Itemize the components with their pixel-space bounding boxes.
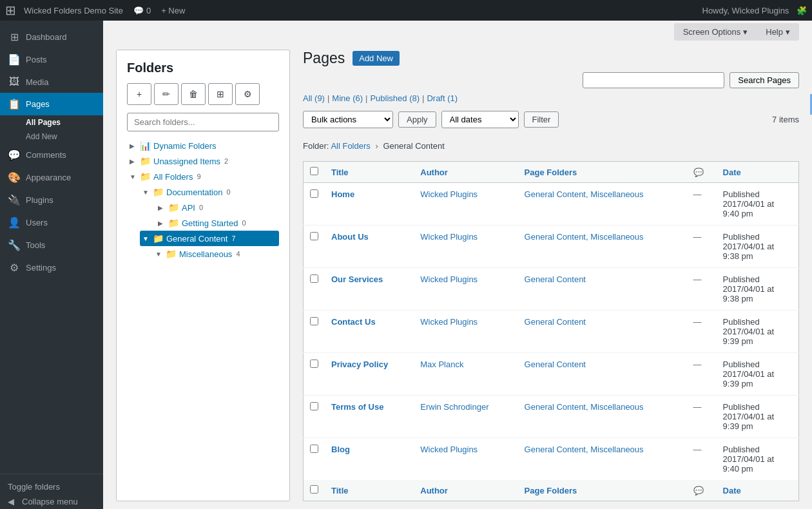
comments-column-header[interactable]: 💬 xyxy=(687,162,717,183)
author-link[interactable]: Wicked Plugins xyxy=(420,317,478,327)
folder-link[interactable]: General Content, Miscellaneous xyxy=(525,445,644,454)
toolbar-right: 7 items xyxy=(772,115,799,124)
author-link[interactable]: Erwin Schrodinger xyxy=(420,402,488,412)
folder-link[interactable]: General Content, Miscellaneous xyxy=(525,189,644,199)
page-title-link[interactable]: Home xyxy=(331,189,354,199)
page-title-link[interactable]: Our Services xyxy=(331,274,383,284)
folder-link[interactable]: General Content xyxy=(525,360,586,369)
sidebar-item-settings[interactable]: ⚙ Settings xyxy=(0,256,103,279)
page-folders-footer-header[interactable]: Page Folders xyxy=(518,480,687,501)
sidebar-item-all-pages[interactable]: All Pages xyxy=(21,115,103,130)
comments-footer-header[interactable]: 💬 xyxy=(687,480,717,501)
author-link[interactable]: Max Planck xyxy=(420,360,463,369)
all-folders-icon: 📁 xyxy=(140,171,151,182)
date-filter-select[interactable]: All dates xyxy=(441,111,519,128)
page-title-link[interactable]: Blog xyxy=(331,445,350,454)
row-checkbox[interactable] xyxy=(310,317,318,325)
apply-button[interactable]: Apply xyxy=(398,111,436,128)
author-link[interactable]: Wicked Plugins xyxy=(420,445,478,454)
screen-options-button[interactable]: Screen Options ▾ xyxy=(674,23,757,41)
date-column-header[interactable]: Date xyxy=(717,162,799,183)
avatar[interactable]: 🧩 xyxy=(797,6,807,15)
collapse-menu-link[interactable]: ◀ Collapse menu xyxy=(8,494,95,509)
new-link[interactable]: + New xyxy=(161,6,185,15)
page-date-cell: Published 2017/04/01 at 9:39 pm xyxy=(717,353,799,396)
table-footer-row: Title Author Page Folders 💬 Date xyxy=(304,480,799,501)
add-folder-button[interactable]: + xyxy=(127,83,151,105)
row-checkbox[interactable] xyxy=(310,445,318,453)
dynamic-folders-row[interactable]: ▶ 📊 Dynamic Folders xyxy=(127,138,279,153)
users-icon: 👤 xyxy=(8,216,21,229)
unassigned-folder-icon: 📁 xyxy=(140,156,151,166)
filter-published[interactable]: Published (8) xyxy=(370,93,420,103)
title-column-header[interactable]: Title xyxy=(325,162,414,183)
title-footer-header[interactable]: Title xyxy=(325,480,414,501)
pages-table-body: Home Wicked Plugins General Content, Mis… xyxy=(304,183,799,481)
general-content-row[interactable]: ▼ 📁 General Content 7 xyxy=(140,231,279,246)
row-checkbox[interactable] xyxy=(310,274,318,283)
help-button[interactable]: Help ▾ xyxy=(757,23,799,41)
folder-link[interactable]: General Content, Miscellaneous xyxy=(525,232,644,242)
select-all-footer-checkbox[interactable] xyxy=(310,485,318,494)
page-date-cell: Published 2017/04/01 at 9:38 pm xyxy=(717,268,799,311)
sidebar-item-add-new[interactable]: Add New xyxy=(21,130,103,144)
collapse-menu-label: Collapse menu xyxy=(22,497,78,506)
add-new-button[interactable]: Add New xyxy=(353,51,400,66)
sidebar-item-dashboard[interactable]: ⊞ Dashboard xyxy=(0,26,103,48)
documentation-row[interactable]: ▼ 📁 Documentation 0 xyxy=(140,184,279,200)
sidebar-item-tools[interactable]: 🔧 Tools xyxy=(0,234,103,256)
sidebar-item-media[interactable]: 🖼 Media xyxy=(0,71,103,93)
sidebar-item-plugins[interactable]: 🔌 Plugins xyxy=(0,189,103,211)
site-name[interactable]: Wicked Folders Demo Site xyxy=(24,6,123,15)
main-content: Screen Options ▾ Help ▾ Folders + ✏ 🗑 ⊞ … xyxy=(103,21,812,509)
bulk-actions-select[interactable]: Bulk actions xyxy=(303,111,393,128)
sidebar-item-appearance[interactable]: 🎨 Appearance xyxy=(0,166,103,189)
author-footer-header[interactable]: Author xyxy=(414,480,517,501)
sidebar-item-comments[interactable]: 💬 Comments xyxy=(0,144,103,166)
page-title-link[interactable]: Privacy Policy xyxy=(331,360,388,369)
page-folders-cell: General Content, Miscellaneous xyxy=(518,396,687,438)
add-subfolder-button[interactable]: ⊞ xyxy=(208,83,233,105)
folder-settings-button[interactable]: ⚙ xyxy=(235,83,260,105)
filter-button[interactable]: Filter xyxy=(524,111,559,128)
edit-folder-button[interactable]: ✏ xyxy=(154,83,179,105)
page-folders-column-header[interactable]: Page Folders xyxy=(518,162,687,183)
date-footer-header[interactable]: Date xyxy=(717,480,799,501)
row-checkbox[interactable] xyxy=(310,402,318,410)
delete-folder-button[interactable]: 🗑 xyxy=(181,83,206,105)
folder-search-input[interactable] xyxy=(127,113,279,131)
row-checkbox[interactable] xyxy=(310,232,318,240)
miscellaneous-row[interactable]: ▼ 📁 Miscellaneous 4 xyxy=(153,246,279,262)
sidebar-item-posts[interactable]: 📄 Posts xyxy=(0,48,103,71)
page-title-link[interactable]: Contact Us xyxy=(331,317,376,327)
getting-started-row[interactable]: ▶ 📁 Getting Started 0 xyxy=(153,215,279,231)
page-title-link[interactable]: Terms of Use xyxy=(331,402,383,412)
author-column-header[interactable]: Author xyxy=(414,162,517,183)
author-link[interactable]: Wicked Plugins xyxy=(420,274,478,284)
comments-icon: 💬 xyxy=(133,6,144,15)
search-pages-input[interactable] xyxy=(583,72,724,88)
row-checkbox[interactable] xyxy=(310,189,318,198)
folder-link[interactable]: General Content xyxy=(525,274,586,284)
select-all-checkbox[interactable] xyxy=(310,167,318,175)
filter-all[interactable]: All (9) xyxy=(303,93,325,103)
unassigned-items-row[interactable]: ▶ 📁 Unassigned Items 2 xyxy=(127,153,279,169)
author-link[interactable]: Wicked Plugins xyxy=(420,189,478,199)
all-folders-row[interactable]: ▼ 📁 All Folders 9 xyxy=(127,169,279,184)
page-title-link[interactable]: About Us xyxy=(331,232,369,242)
general-content-label: General Content xyxy=(166,234,227,244)
comments-link[interactable]: 💬 0 xyxy=(133,6,151,15)
filter-draft[interactable]: Draft (1) xyxy=(427,93,458,103)
filter-mine[interactable]: Mine (6) xyxy=(332,93,363,103)
toggle-folders-link[interactable]: Toggle folders xyxy=(8,479,95,494)
sidebar-item-pages[interactable]: 📋 Pages xyxy=(0,93,103,115)
folder-link[interactable]: General Content, Miscellaneous xyxy=(525,402,644,412)
api-row[interactable]: ▶ 📁 API 0 xyxy=(153,200,279,215)
author-link[interactable]: Wicked Plugins xyxy=(420,232,478,242)
sidebar-item-users[interactable]: 👤 Users xyxy=(0,211,103,234)
folder-link[interactable]: General Content xyxy=(525,317,586,327)
search-pages-button[interactable]: Search Pages xyxy=(730,72,799,88)
breadcrumb-all-folders-link[interactable]: All Folders xyxy=(331,141,370,151)
wp-logo[interactable]: ⊞ xyxy=(5,3,16,18)
row-checkbox[interactable] xyxy=(310,360,318,368)
